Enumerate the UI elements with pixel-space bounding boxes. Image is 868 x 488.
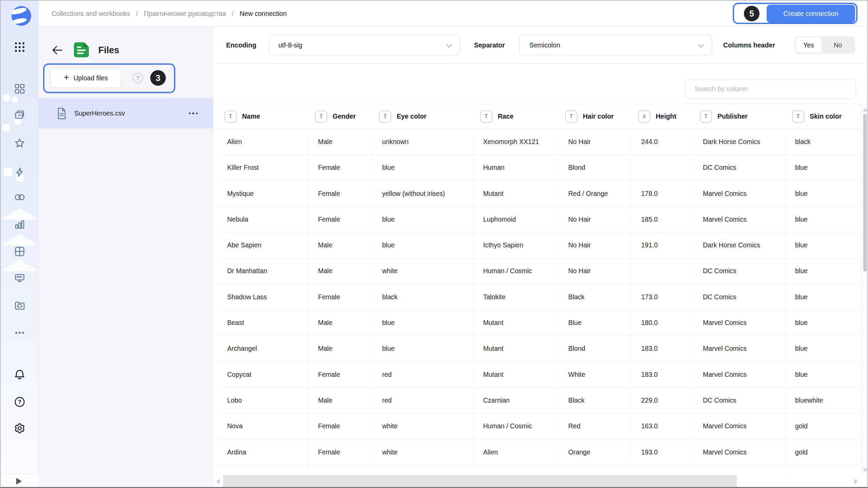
upload-files-label: Upload files	[73, 74, 108, 82]
table-cell: Nebula	[218, 207, 308, 232]
table-cell: Killer Frost	[218, 155, 308, 180]
rail-footer	[1, 474, 39, 488]
vertical-scroll-thumb[interactable]	[863, 114, 867, 271]
table-cell: Marvel Comics	[693, 362, 785, 387]
datalens-app-window: ? Collections and workbooks / Практическ…	[0, 0, 868, 488]
table-cell: DC Comics	[693, 284, 785, 310]
text-type-icon: T	[480, 110, 492, 123]
table-cell: No Hair	[558, 207, 631, 232]
breadcrumb-current-page: New connection	[240, 10, 287, 17]
table-cell: Icthyo Sapien	[473, 232, 558, 258]
table-cell: Dr Manhattan	[218, 258, 308, 284]
file-name: SuperHeroes.csv	[74, 109, 125, 117]
table-row: NovaFemalewhiteHuman / CosmicRed163.0Mar…	[218, 413, 861, 439]
separator-label: Separator	[474, 26, 505, 64]
table-cell: Ardina	[218, 440, 308, 465]
table-cell: Female	[308, 413, 372, 439]
table-cell: Mutant	[473, 310, 558, 336]
svg-text:?: ?	[18, 399, 21, 405]
table-cell: blue	[372, 336, 473, 361]
apps-grid-icon[interactable]	[13, 41, 26, 54]
table-cell: Talokite	[473, 284, 558, 310]
datasets-circles-icon[interactable]	[13, 191, 26, 204]
settings-gear-icon[interactable]	[13, 422, 26, 435]
connections-lightning-icon[interactable]	[13, 166, 26, 179]
table-cell: Marvel Comics	[693, 181, 785, 206]
file-list-item-selected[interactable]: SuperHeroes.csv	[39, 98, 213, 128]
search-by-column	[686, 79, 855, 99]
scroll-right-icon[interactable]	[854, 479, 858, 484]
text-type-icon: T	[224, 110, 237, 123]
table-cell: 163.0	[631, 413, 693, 439]
table-cell: Male	[308, 232, 372, 258]
table-cell: White	[558, 362, 631, 387]
table-row: NebulaFemaleblueLuphomoidNo Hair185.0Mar…	[218, 207, 861, 232]
text-type-icon: T	[700, 110, 712, 123]
breadcrumb-workbook[interactable]: Практические руководства	[144, 10, 226, 17]
more-ellipsis-icon[interactable]	[13, 326, 26, 339]
table-cell: Marvel Comics	[693, 440, 785, 465]
favorites-star-icon[interactable]	[13, 137, 26, 149]
datalens-logo[interactable]	[12, 6, 31, 26]
text-type-icon: T	[379, 110, 391, 123]
table-cell: Mutant	[473, 362, 558, 387]
toggle-yes-option[interactable]: Yes	[796, 37, 822, 53]
table-cell: Copycat	[218, 362, 308, 387]
tiles-nav-icon[interactable]	[13, 82, 26, 95]
collections-folders-icon[interactable]	[13, 109, 26, 122]
table-header-row: T Name T Gender T Eye color T Race T Hai…	[218, 104, 861, 129]
column-header-label: Eye color	[397, 113, 427, 120]
table-cell: gold	[785, 413, 861, 439]
encoding-value: utf-8-sig	[278, 35, 302, 55]
table-cell: Female	[308, 181, 372, 206]
rail-divider	[1, 66, 39, 67]
table-cell: blue	[785, 284, 861, 310]
help-icon[interactable]: ?	[13, 395, 26, 408]
table-cell: Blue	[558, 310, 631, 336]
table-row: Killer FrostFemaleblueHumanBlondDC Comic…	[218, 155, 861, 181]
dashboards-table-icon[interactable]	[13, 245, 26, 258]
table-cell: Mutant	[473, 336, 558, 361]
rail-decoration	[12, 97, 18, 103]
expand-play-icon[interactable]	[16, 478, 22, 485]
horizontal-scrollbar[interactable]	[213, 475, 868, 488]
table-row: CopycatFemaleredMutantWhite183.0Marvel C…	[218, 362, 861, 388]
create-connection-button[interactable]: Create connection	[767, 5, 855, 23]
scroll-left-icon[interactable]	[216, 479, 220, 484]
column-header-label: Skin color	[810, 113, 842, 120]
horizontal-scroll-thumb[interactable]	[223, 475, 737, 488]
cloud-folder-icon[interactable]	[13, 299, 26, 312]
text-type-icon: T	[792, 110, 804, 123]
separator-select[interactable]: Semicolon	[519, 35, 712, 55]
column-header-label: Height	[656, 113, 676, 120]
upload-files-button[interactable]: + Upload files	[50, 68, 121, 88]
monitoring-icon[interactable]	[13, 271, 26, 284]
notifications-bell-icon[interactable]	[13, 368, 26, 381]
table-cell: Blond	[558, 336, 631, 361]
table-cell: Mystique	[218, 181, 308, 206]
table-body: AlienMaleunknownXenomorph XX121No Hair24…	[218, 129, 861, 488]
table-cell: blue	[785, 155, 861, 180]
table-cell: yellow (without irises)	[372, 181, 473, 206]
vertical-scrollbar[interactable]	[861, 104, 868, 488]
table-cell: Archangel	[218, 336, 308, 361]
table-row: MystiqueFemaleyellow (without irises)Mut…	[218, 181, 861, 207]
table-cell: Blond	[558, 155, 631, 180]
table-cell: blue	[785, 181, 861, 206]
breadcrumb-collections[interactable]: Collections and workbooks	[52, 10, 130, 17]
upload-help-icon[interactable]: ?	[133, 73, 143, 83]
charts-bar-icon[interactable]	[13, 218, 26, 231]
scroll-down-icon[interactable]	[863, 468, 868, 472]
table-cell: Female	[308, 207, 372, 232]
search-input[interactable]	[686, 79, 855, 99]
table-cell: Shadow Lass	[218, 284, 308, 310]
table-cell: blue	[372, 310, 473, 336]
scroll-up-icon[interactable]	[863, 108, 868, 111]
table-cell: blue	[372, 155, 473, 180]
document-icon	[55, 107, 68, 120]
file-item-menu-button[interactable]	[189, 98, 198, 128]
encoding-select[interactable]: utf-8-sig	[269, 35, 460, 55]
left-nav-rail: ?	[1, 1, 39, 488]
back-arrow-button[interactable]	[51, 44, 64, 57]
toggle-no-option[interactable]: No	[822, 37, 854, 53]
